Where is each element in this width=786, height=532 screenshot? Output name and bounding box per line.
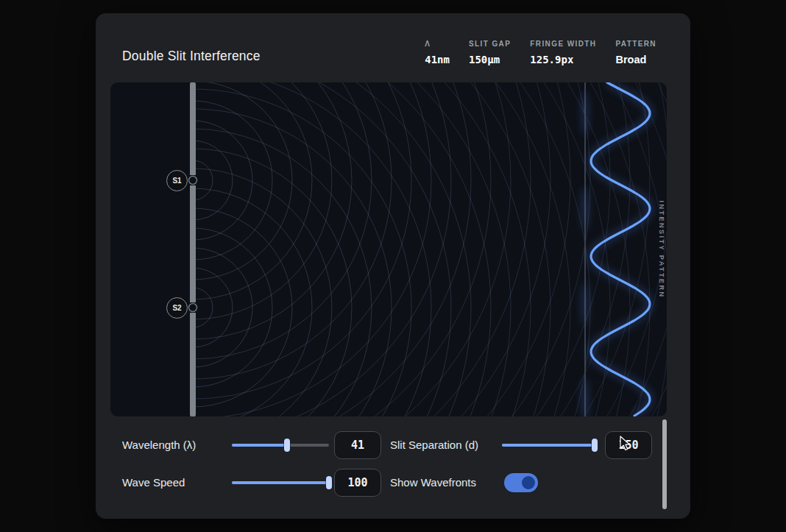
show-wavefronts-label: Show Wavefronts [390, 475, 476, 490]
desktop-background: Double Slit Interference Λ 41nm SLIT GAP… [0, 0, 786, 532]
intensity-pattern-label: INTENSITY PATTERN [658, 200, 665, 298]
slit-1-badge: S1 [166, 170, 188, 191]
wave-speed-value-field[interactable]: 100 [334, 469, 381, 497]
slit-separation-value-field[interactable]: 150 [605, 431, 652, 459]
stat-label: PATTERN [615, 40, 656, 48]
slit-separation-label: Slit Separation (d) [390, 438, 478, 453]
stat-fringe-width: FRINGE WIDTH 125.9px [530, 40, 596, 65]
slider-fill [232, 481, 329, 484]
show-wavefronts-toggle[interactable] [504, 473, 538, 492]
stats-bar: Λ 41nm SLIT GAP 150µm FRINGE WIDTH 125.9… [425, 40, 656, 65]
stat-slit-gap: SLIT GAP 150µm [469, 40, 511, 65]
stat-wavelength: Λ 41nm [425, 40, 450, 65]
stat-value: 150µm [469, 54, 500, 65]
simulation-canvas: S1 S2 INTENSITY PATTERN [110, 82, 667, 416]
slider-handle[interactable] [326, 476, 332, 489]
wavelength-label: Wavelength (λ) [122, 438, 196, 453]
slider-fill [502, 444, 595, 447]
stat-value: 125.9px [530, 54, 573, 65]
stat-pattern: PATTERN Broad [615, 40, 656, 65]
page-title: Double Slit Interference [122, 49, 261, 64]
wavefront-plot [110, 82, 667, 416]
stat-label: SLIT GAP [469, 40, 511, 48]
wave-speed-slider[interactable] [232, 475, 329, 490]
app-card: Double Slit Interference Λ 41nm SLIT GAP… [96, 13, 690, 519]
slit-separation-slider[interactable] [502, 438, 598, 453]
wavelength-value-field[interactable]: 41 [334, 431, 381, 459]
wave-speed-label: Wave Speed [122, 475, 185, 490]
slit-2-badge: S2 [166, 297, 188, 319]
stat-label: FRINGE WIDTH [530, 40, 596, 48]
toggle-knob [522, 476, 535, 489]
wavelength-slider[interactable] [232, 438, 329, 453]
slider-handle[interactable] [592, 439, 598, 452]
stat-value: 41nm [425, 54, 450, 65]
scrollbar-thumb[interactable] [662, 419, 667, 509]
slider-handle[interactable] [284, 439, 290, 452]
stat-label: Λ [425, 40, 431, 48]
stat-value: Broad [615, 54, 646, 65]
slider-fill [232, 444, 287, 447]
